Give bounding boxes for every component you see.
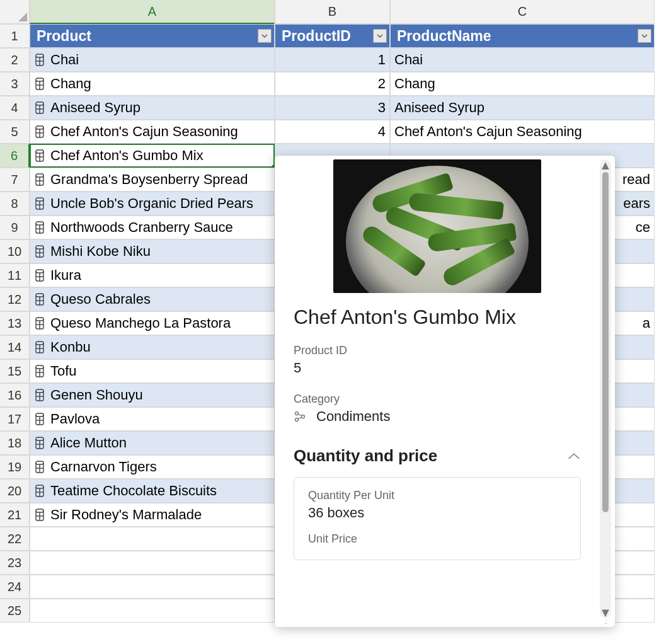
cell-a24[interactable] bbox=[30, 575, 275, 599]
table-header-productid[interactable]: ProductID bbox=[275, 24, 390, 48]
cell-id-3[interactable]: 2 bbox=[275, 72, 390, 96]
cell-product-8[interactable]: Uncle Bob's Organic Dried Pears bbox=[30, 192, 275, 216]
cell-product-19[interactable]: Carnarvon Tigers bbox=[30, 455, 275, 479]
cell-product-20[interactable]: Teatime Chocolate Biscuits bbox=[30, 479, 275, 503]
row-header-12[interactable]: 12 bbox=[0, 287, 30, 311]
row-header-4[interactable]: 4 bbox=[0, 96, 30, 120]
cell-product-14[interactable]: Konbu bbox=[30, 335, 275, 359]
cell-a25[interactable] bbox=[30, 599, 275, 623]
table-header-productname[interactable]: ProductName bbox=[390, 24, 655, 48]
cell-id-5[interactable]: 4 bbox=[275, 120, 390, 144]
scroll-up-arrow[interactable]: ▲ bbox=[600, 159, 611, 171]
cell-product-17[interactable]: Pavlova bbox=[30, 407, 275, 431]
cell-product-10[interactable]: Mishi Kobe Niku bbox=[30, 239, 275, 263]
cell-product-16[interactable]: Genen Shouyu bbox=[30, 383, 275, 407]
cell-product-12[interactable]: Queso Cabrales bbox=[30, 287, 275, 311]
cell-product-15[interactable]: Tofu bbox=[30, 359, 275, 383]
linked-data-icon bbox=[34, 244, 45, 258]
row-header-19[interactable]: 19 bbox=[0, 455, 30, 479]
row-header-22[interactable]: 22 bbox=[0, 527, 30, 551]
cell-product-18[interactable]: Alice Mutton bbox=[30, 431, 275, 455]
cell-name-4[interactable]: Aniseed Syrup bbox=[390, 96, 655, 120]
linked-data-icon bbox=[34, 484, 45, 498]
svg-rect-15 bbox=[36, 174, 43, 177]
cell-product-7[interactable]: Grandma's Boysenberry Spread bbox=[30, 168, 275, 192]
linked-data-icon bbox=[34, 77, 45, 91]
linked-data-icon bbox=[34, 460, 45, 474]
row-header-8[interactable]: 8 bbox=[0, 192, 30, 216]
row-header-18[interactable]: 18 bbox=[0, 431, 30, 455]
row-header-13[interactable]: 13 bbox=[0, 311, 30, 335]
row-header-23[interactable]: 23 bbox=[0, 551, 30, 575]
linked-data-icon bbox=[34, 508, 45, 522]
cell-product-3[interactable]: Chang bbox=[30, 72, 275, 96]
cell-product-21[interactable]: Sir Rodney's Marmalade bbox=[30, 503, 275, 527]
svg-rect-27 bbox=[36, 270, 43, 273]
row-header-24[interactable]: 24 bbox=[0, 575, 30, 599]
svg-rect-42 bbox=[36, 389, 43, 393]
row-header-20[interactable]: 20 bbox=[0, 479, 30, 503]
qpu-label: Quantity Per Unit bbox=[308, 489, 566, 502]
quantity-price-section-toggle[interactable]: Quantity and price bbox=[294, 446, 581, 466]
cell-product-6[interactable]: Chef Anton's Gumbo Mix bbox=[30, 144, 275, 168]
card-scrollbar[interactable]: ▲ ▼ bbox=[600, 159, 611, 618]
card-resize-handle[interactable]: .: bbox=[605, 618, 612, 626]
cell-product-2[interactable]: Chai bbox=[30, 48, 275, 72]
row-header-10[interactable]: 10 bbox=[0, 239, 30, 263]
chevron-up-icon bbox=[567, 452, 581, 461]
filter-productid[interactable] bbox=[373, 29, 387, 43]
row-header-9[interactable]: 9 bbox=[0, 216, 30, 239]
row-header-6[interactable]: 6 bbox=[0, 144, 30, 168]
row-header-21[interactable]: 21 bbox=[0, 503, 30, 527]
select-all-corner[interactable] bbox=[0, 0, 30, 24]
col-header-b[interactable]: B bbox=[275, 0, 390, 24]
svg-rect-36 bbox=[36, 342, 43, 345]
svg-rect-18 bbox=[36, 198, 43, 201]
cell-product-11[interactable]: Ikura bbox=[30, 263, 275, 287]
scroll-thumb[interactable] bbox=[602, 172, 609, 512]
cell-name-2[interactable]: Chai bbox=[390, 48, 655, 72]
row-header-11[interactable]: 11 bbox=[0, 263, 30, 287]
svg-rect-9 bbox=[36, 126, 43, 129]
row-header-15[interactable]: 15 bbox=[0, 359, 30, 383]
svg-rect-21 bbox=[36, 222, 43, 225]
row-header-1[interactable]: 1 bbox=[0, 24, 30, 48]
cell-product-5[interactable]: Chef Anton's Cajun Seasoning bbox=[30, 120, 275, 144]
row-header-16[interactable]: 16 bbox=[0, 383, 30, 407]
linked-data-icon bbox=[34, 436, 45, 450]
cell-id-2[interactable]: 1 bbox=[275, 48, 390, 72]
qpu-value: 36 boxes bbox=[308, 505, 566, 521]
cell-product-13[interactable]: Queso Manchego La Pastora bbox=[30, 311, 275, 335]
filter-productname[interactable] bbox=[638, 29, 651, 43]
cell-id-4[interactable]: 3 bbox=[275, 96, 390, 120]
table-header-product[interactable]: Product bbox=[30, 24, 275, 48]
svg-rect-48 bbox=[36, 437, 43, 440]
svg-rect-54 bbox=[36, 485, 43, 488]
card-product-image bbox=[333, 159, 541, 293]
filter-product[interactable] bbox=[258, 29, 272, 43]
linked-data-icon bbox=[34, 388, 45, 402]
row-header-14[interactable]: 14 bbox=[0, 335, 30, 359]
linked-data-icon bbox=[34, 125, 45, 139]
cell-product-4[interactable]: Aniseed Syrup bbox=[30, 96, 275, 120]
row-header-2[interactable]: 2 bbox=[0, 48, 30, 72]
col-header-a[interactable]: A bbox=[30, 0, 275, 24]
linked-data-icon bbox=[34, 412, 45, 426]
row-header-5[interactable]: 5 bbox=[0, 120, 30, 144]
svg-rect-45 bbox=[36, 413, 43, 417]
cell-name-3[interactable]: Chang bbox=[390, 72, 655, 96]
svg-rect-24 bbox=[36, 246, 43, 249]
cell-a23[interactable] bbox=[30, 551, 275, 575]
cell-a22[interactable] bbox=[30, 527, 275, 551]
cell-product-9[interactable]: Northwoods Cranberry Sauce bbox=[30, 216, 275, 239]
row-header-25[interactable]: 25 bbox=[0, 599, 30, 623]
product-id-value: 5 bbox=[294, 360, 581, 376]
category-value: Condiments bbox=[316, 408, 390, 425]
row-header-3[interactable]: 3 bbox=[0, 72, 30, 96]
scroll-down-arrow[interactable]: ▼ bbox=[600, 607, 611, 618]
svg-rect-57 bbox=[36, 509, 43, 512]
col-header-c[interactable]: C bbox=[390, 0, 655, 24]
row-header-7[interactable]: 7 bbox=[0, 168, 30, 192]
cell-name-5[interactable]: Chef Anton's Cajun Seasoning bbox=[390, 120, 655, 144]
row-header-17[interactable]: 17 bbox=[0, 407, 30, 431]
